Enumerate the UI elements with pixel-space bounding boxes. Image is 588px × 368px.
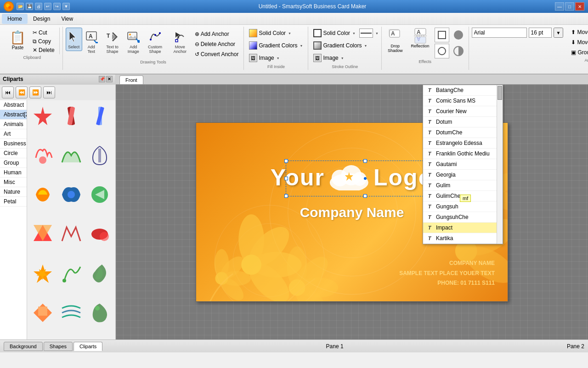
font-item-dotumche[interactable]: T DotumChe [423, 127, 503, 138]
minimize-button[interactable]: — [555, 2, 564, 11]
clipart-item-12[interactable] [86, 220, 113, 248]
canvas-wrapper[interactable]: Your Logo [116, 85, 588, 339]
font-dropdown-scrollbar[interactable] [497, 85, 503, 244]
category-misc[interactable]: Misc [0, 178, 27, 187]
font-item-gungsuh[interactable]: T Gungsuh [423, 201, 503, 212]
cut-button[interactable]: ✂ Cut [31, 29, 57, 37]
tab-shapes[interactable]: Shapes [44, 342, 73, 351]
clipart-item-7[interactable] [29, 181, 57, 208]
tab-background[interactable]: Background [4, 342, 43, 351]
text-to-shape-button[interactable]: T Text to Shape [101, 28, 124, 56]
panel-controls[interactable]: 📌 ✕ [99, 76, 113, 82]
undo-icon[interactable]: ↩ [44, 3, 51, 10]
select-button[interactable]: Select [66, 28, 82, 51]
category-petal[interactable]: Petal [0, 197, 27, 207]
clipart-item-11[interactable] [57, 220, 85, 248]
paste-button[interactable]: 📋 Paste [6, 28, 29, 52]
fill-solid-color-button[interactable]: Solid Color ▼ [247, 28, 294, 39]
close-button[interactable]: ✕ [575, 2, 584, 11]
stroke-gradient-button[interactable]: Gradient Colors ▼ [311, 40, 369, 51]
clipart-item-1[interactable] [29, 102, 57, 130]
play-next-button[interactable]: ⏩ [29, 86, 41, 98]
shape-circle-button[interactable] [435, 44, 449, 58]
category-art[interactable]: Art [0, 129, 27, 139]
clipart-item-13[interactable] [29, 260, 57, 288]
opacity-full-button[interactable] [451, 28, 466, 42]
category-abstract[interactable]: Abstract [0, 100, 27, 110]
tab-cliparts[interactable]: Cliparts [74, 342, 102, 351]
fill-gradient-button[interactable]: Gradient Colors ▼ [247, 40, 305, 51]
copy-button[interactable]: ⧉ Copy [31, 37, 57, 46]
clipart-item-14[interactable] [57, 260, 85, 288]
play-prev-button[interactable]: ⏪ [16, 86, 28, 98]
menu-view[interactable]: View [56, 14, 79, 24]
font-item-georgia[interactable]: T Georgia [423, 170, 503, 180]
handle-tm[interactable] [363, 159, 367, 163]
category-animals[interactable]: Animals [0, 120, 27, 129]
menu-home[interactable]: Home [2, 14, 28, 24]
clipart-item-15[interactable] [86, 260, 113, 288]
font-scrollbar-thumb[interactable] [498, 86, 502, 100]
handle-bl[interactable] [284, 194, 288, 198]
font-item-kartika[interactable]: T Kartika [423, 233, 503, 244]
font-item-batangche[interactable]: T BatangChe [423, 85, 503, 96]
quick-access-toolbar[interactable]: 📂 💾 🖨 ↩ ↪ ▼ [17, 3, 70, 10]
more-icon[interactable]: ▼ [62, 3, 70, 10]
add-anchor-button[interactable]: ⊕ Add Anchor [192, 29, 241, 39]
convert-anchor-button[interactable]: ↺ Convert Anchor [192, 50, 241, 59]
handle-tl[interactable] [284, 159, 288, 163]
save-icon[interactable]: 💾 [26, 3, 33, 10]
menu-design[interactable]: Design [28, 14, 56, 24]
font-item-gungsuhche[interactable]: T GungsuhChe [423, 212, 503, 223]
open-icon[interactable]: 📂 [17, 3, 24, 10]
stroke-solid-button[interactable]: Solid Color ▼ [311, 28, 358, 39]
clipart-item-9[interactable] [86, 181, 113, 208]
font-size-input[interactable] [529, 28, 552, 38]
clipart-item-3[interactable] [86, 102, 113, 130]
stroke-style-box[interactable] [359, 29, 373, 38]
category-circle[interactable]: Circle [0, 149, 27, 158]
add-image-button[interactable]: AddImage [125, 28, 141, 56]
handle-bm[interactable] [363, 194, 367, 198]
category-nature[interactable]: Nature [0, 187, 27, 197]
shape-square-button[interactable] [435, 28, 449, 42]
font-item-estrangelo[interactable]: T Estrangelo Edessa [423, 138, 503, 149]
font-item-gulim[interactable]: T Gulim [423, 180, 503, 191]
font-item-franklin[interactable]: T Franklin Gothic Mediu [423, 149, 503, 159]
fill-image-button[interactable]: 🖼 Image ▼ [247, 52, 282, 63]
move-forward-button[interactable]: ⬆ Move Forward ▼ [569, 28, 588, 37]
clipart-item-17[interactable] [57, 299, 85, 327]
clipart-item-2[interactable] [57, 102, 85, 130]
redo-icon[interactable]: ↪ [53, 3, 61, 10]
add-text-button[interactable]: A AddText [83, 28, 100, 56]
drop-shadow-button[interactable]: A Drop Shadow [384, 28, 406, 54]
font-item-impact[interactable]: T Impact [423, 223, 503, 233]
delete-button[interactable]: ✕ Delete [31, 46, 57, 54]
canvas-tab-front[interactable]: Front [119, 75, 143, 84]
font-item-comicsans[interactable]: T Comic Sans MS [423, 96, 503, 106]
reflection-button[interactable]: A A Reflection [408, 28, 433, 50]
panel-close-button[interactable]: ✕ [106, 76, 113, 82]
clipart-item-4[interactable] [29, 142, 57, 169]
font-item-couriernew[interactable]: T Courier New [423, 106, 503, 117]
font-dropdown[interactable]: T BatangChe T Comic Sans MS T Courier Ne… [423, 85, 503, 244]
font-item-dotum[interactable]: T Dotum [423, 117, 503, 127]
move-anchor-button[interactable]: Move Anchor [169, 28, 192, 56]
delete-anchor-button[interactable]: ⊖ Delete Anchor [192, 40, 241, 49]
custom-shape-button[interactable]: Custom Shape [142, 28, 168, 56]
category-human[interactable]: Human [0, 168, 27, 178]
clipart-item-16[interactable] [29, 299, 57, 327]
clipart-item-5[interactable] [57, 142, 85, 169]
panel-pin-button[interactable]: 📌 [99, 76, 105, 82]
move-backward-button[interactable]: ⬇ Move Backward ▼ [569, 38, 588, 47]
maximize-button[interactable]: □ [565, 2, 574, 11]
play-start-button[interactable]: ⏮ [2, 86, 14, 98]
font-item-gautami[interactable]: T Gautami [423, 159, 503, 170]
category-abstract2[interactable]: Abstract[2] [0, 110, 27, 120]
category-business[interactable]: Business [0, 139, 27, 149]
clipart-item-10[interactable] [29, 220, 57, 248]
opacity-half-button[interactable] [451, 44, 466, 58]
window-controls[interactable]: — □ ✕ [555, 2, 584, 11]
font-name-input[interactable]: Arial [472, 28, 527, 38]
category-group[interactable]: Group [0, 158, 27, 168]
